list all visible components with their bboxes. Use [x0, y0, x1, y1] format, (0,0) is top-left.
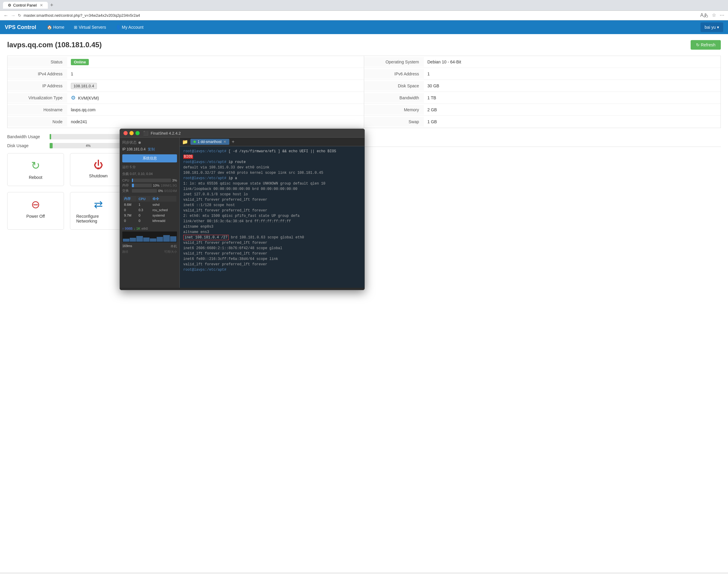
refresh-browser-icon[interactable]: ↻	[18, 13, 21, 18]
browser-tab[interactable]: ⚙ Control Panel ✕	[3, 2, 48, 9]
cpu-mini-bar	[132, 178, 133, 182]
output-text: link/ether 00:16:3c:6a:38:d4 brd ff:ff:f…	[183, 219, 291, 223]
mem-mini-detail: 199M/1.9G	[161, 183, 177, 187]
settings-icon[interactable]: ⋯	[720, 12, 724, 18]
poweroff-button[interactable]: ⊖ Power Off	[7, 192, 64, 230]
finalshell-title: FinalShell 4.2.4.2	[151, 131, 361, 135]
net-bar-7	[163, 235, 170, 242]
cpu-mini-row: CPU 3%	[122, 178, 177, 182]
network-icon: ⇄	[94, 198, 103, 211]
terminal-tab[interactable]: 1 dd-smarthost ✕	[190, 139, 229, 145]
terminal-line: link/ether 00:16:3c:6a:38:d4 brd ff:ff:f…	[183, 219, 361, 224]
ping-row: 169ms 本机	[122, 244, 177, 249]
virt-label: Virtualization Type	[7, 93, 67, 102]
new-tab-icon[interactable]: +	[50, 2, 53, 8]
hostname-row: Hostname lavps.qq.com	[7, 104, 364, 116]
node-value: node241	[67, 117, 364, 126]
reboot-button[interactable]: ↻ Reboot	[7, 153, 64, 186]
terminal-line: root@lavps:/etc/apt#	[183, 267, 361, 273]
output-text: valid_lft forever preferred_lft forever	[183, 208, 267, 213]
swap-value: 1 GB	[424, 117, 721, 126]
swap-mini-label: 交换	[122, 189, 131, 193]
virt-value: ⚙ KVM(KVM)	[67, 92, 364, 104]
disk-bar-text: 4%	[86, 143, 91, 148]
output-text: altname ens3	[183, 230, 209, 234]
runtime-label: 运行 5 分	[122, 165, 136, 169]
tab-close-icon[interactable]: ✕	[223, 140, 226, 144]
status-label: Status	[7, 57, 67, 67]
output-text: valid_lft forever preferred_lft forever	[183, 262, 267, 266]
sync-status-label: 同步状态	[122, 140, 137, 145]
forward-icon[interactable]: →	[11, 13, 15, 18]
minimize-window-button[interactable]	[129, 131, 134, 135]
speed-up-label: ↑ 998B	[122, 227, 132, 230]
ip-label: IP Address	[7, 81, 67, 91]
output-text: 108.181.0.32/27 dev eth0 proto kernel sc…	[183, 171, 323, 175]
refresh-button[interactable]: ↻ Refresh	[691, 40, 721, 50]
maximize-window-button[interactable]	[135, 131, 140, 135]
output-text: 1: lo: mtu 65536 qdisc noqueue state UNK…	[183, 181, 325, 186]
net-bar-2	[130, 238, 136, 242]
nav-virtual-servers[interactable]: ⊞ Virtual Servers	[69, 21, 111, 33]
bios-output: BIOS	[183, 155, 193, 159]
memory-value: 2 GB	[424, 105, 721, 115]
ip-sidebar-val: 108.181.0.4	[126, 147, 145, 151]
ip-badge[interactable]: 108.181.0.4	[71, 83, 97, 89]
nav-my-account[interactable]: 👤 My Account	[111, 21, 148, 33]
sysinfo-button[interactable]: 系统信息	[122, 154, 177, 162]
output-text: altname enp0s3	[183, 224, 213, 229]
output-text: inet6 fe80::216:3cff:fe6a:38d4/64 scope …	[183, 257, 278, 261]
prompt: root@lavps:/etc/apt#	[183, 268, 226, 272]
ipv6-value: 1	[424, 69, 721, 79]
os-label: Operating System	[364, 57, 424, 67]
poweroff-label: Power Off	[26, 214, 45, 219]
ipv4-row: IPv4 Address 1	[7, 68, 364, 80]
address-input[interactable]	[24, 13, 698, 18]
translate-icon[interactable]: Aあ	[700, 12, 708, 18]
terminal-line: root@lavps:/etc/apt# ip a	[183, 175, 361, 181]
nav-user[interactable]: bai yu ▾	[700, 23, 723, 32]
finalshell-titlebar: ⬛ FinalShell 4.2.4.2	[120, 129, 365, 137]
proc-mem: 0	[123, 208, 137, 212]
output-suffix: brd 108.181.0.63 scope global eth0	[229, 235, 304, 240]
output-text: valid_lft forever preferred_lft forever	[183, 241, 267, 245]
status-row: Status Online	[7, 56, 364, 68]
bw-label: Bandwidth	[364, 93, 424, 102]
back-icon[interactable]: ←	[4, 13, 8, 18]
terminal-output[interactable]: root@lavps:/etc/apt# [ -d /sys/firmware/…	[180, 146, 365, 288]
close-window-button[interactable]	[124, 131, 128, 135]
info-section-right: Operating System Debian 10 - 64-Bit IPv6…	[364, 56, 721, 128]
add-tab-icon[interactable]: +	[230, 139, 235, 145]
proc-cpu: 1	[137, 202, 151, 207]
nav-brand: VPS Control	[5, 24, 36, 31]
disk-bar-wrap: 4%	[50, 143, 127, 148]
nav-home[interactable]: 🏠 Home	[42, 21, 69, 33]
proc-mem: 8.6M	[123, 202, 137, 207]
address-bar: ← → ↻ Aあ ☆ ⋯	[0, 11, 728, 20]
shutdown-button[interactable]: ⏻ Shutdown	[70, 153, 127, 186]
tab-close-icon[interactable]: ✕	[40, 3, 43, 7]
ipv6-label: IPv6 Address	[364, 69, 424, 79]
mem-mini-bar	[132, 183, 134, 187]
path-header-row: 路径 可用/大小	[122, 250, 177, 254]
terminal-line: 1: lo: mtu 65536 qdisc noqueue state UNK…	[183, 181, 361, 186]
mini-stats: CPU 3% 内存 10% 199M/1.9G 交换	[122, 178, 177, 193]
terminal-line: inet6 fe80::216:3cff:fe6a:38d4/64 scope …	[183, 256, 361, 262]
disk-space-label: Disk Space	[364, 81, 424, 91]
finalshell-sidebar: 同步状态 IP 108.181.0.4 复制 系统信息 运行 5 分 负载 0.…	[120, 137, 180, 288]
disk-stat-label: Disk Usage	[7, 143, 46, 148]
reconfigure-networking-button[interactable]: ⇄ Reconfigure Networking	[70, 192, 127, 230]
swap-mini-detail: 0/1024M	[164, 189, 177, 193]
terminal-line: altname ens3	[183, 230, 361, 235]
copy-button[interactable]: 复制	[148, 147, 155, 151]
finalshell-main: 📁 1 dd-smarthost ✕ + root@lavps:/etc/apt…	[180, 137, 365, 288]
finalshell-tabs: 📁 1 dd-smarthost ✕ +	[180, 137, 365, 146]
ip-sidebar-label: IP	[122, 147, 126, 151]
cpu-mini-label: CPU	[122, 178, 131, 182]
terminal-line: inet6 2606:6680:2:1::8b76:6f42/48 scope …	[183, 246, 361, 251]
output-text: valid_lft forever preferred_lft forever	[183, 252, 267, 256]
local-label: 本机	[170, 244, 177, 249]
bookmark-icon[interactable]: ☆	[712, 12, 716, 18]
prompt: root@lavps:/etc/apt#	[183, 176, 226, 180]
status-value: Online	[67, 57, 364, 67]
